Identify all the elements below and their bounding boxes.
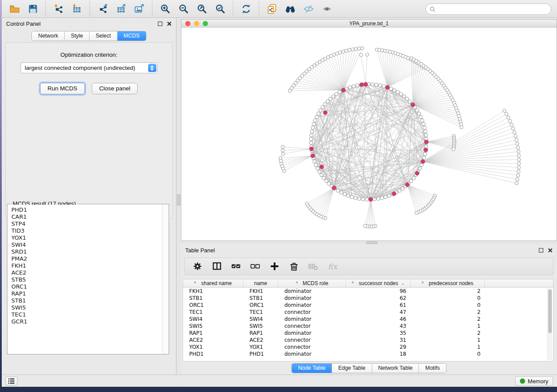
graph-node[interactable] bbox=[315, 115, 318, 119]
table-cell[interactable]: connector bbox=[278, 323, 346, 330]
table-cell[interactable]: RAP1 bbox=[183, 330, 243, 337]
table-cell[interactable]: FKH1 bbox=[183, 288, 243, 295]
table-cell[interactable]: YOX1 bbox=[183, 344, 243, 351]
table-cell[interactable]: SWI4 bbox=[183, 316, 243, 323]
graph-dominator-node[interactable] bbox=[415, 171, 419, 175]
network-titlebar[interactable]: YPA_prune.txt_1 bbox=[181, 20, 557, 28]
table-row[interactable]: ACE2ACE2connector311 bbox=[183, 337, 553, 344]
graph-leaf-node[interactable] bbox=[281, 152, 285, 156]
mcds-result-item[interactable]: TID3 bbox=[11, 227, 162, 234]
binoculars-icon[interactable] bbox=[284, 2, 297, 15]
graph-dominator-node[interactable] bbox=[424, 148, 428, 152]
graph-dominator-node[interactable] bbox=[363, 83, 367, 86]
graph-leaf-node[interactable] bbox=[515, 178, 519, 181]
graph-node[interactable] bbox=[317, 112, 320, 115]
graph-node[interactable] bbox=[354, 196, 357, 199]
table-cell[interactable]: 46 bbox=[346, 316, 411, 323]
search-box[interactable] bbox=[426, 3, 551, 15]
import-network-icon[interactable] bbox=[52, 2, 65, 15]
graph-node[interactable] bbox=[313, 160, 316, 163]
graph-leaf-node[interactable] bbox=[505, 113, 508, 116]
export-image-icon[interactable] bbox=[133, 2, 146, 15]
graph-node[interactable] bbox=[415, 109, 419, 112]
table-row[interactable]: FKH1FKH1dominator962 bbox=[183, 288, 553, 295]
graph-node[interactable] bbox=[409, 179, 413, 182]
graph-leaf-node[interactable] bbox=[366, 53, 369, 56]
graph-node[interactable] bbox=[387, 194, 391, 197]
mcds-result-list[interactable]: PHD1CAR1STP4TID3YOX1SWI4SRD1PMA2FKH1ACE2… bbox=[8, 205, 162, 354]
table-cell[interactable]: PHD1 bbox=[243, 351, 278, 358]
table-cell[interactable]: 2 bbox=[411, 330, 485, 337]
table-cell[interactable]: connector bbox=[278, 344, 346, 351]
horizontal-splitter-grip[interactable] bbox=[366, 241, 377, 244]
graph-node[interactable] bbox=[398, 189, 401, 193]
graph-node[interactable] bbox=[401, 187, 405, 190]
table-cell[interactable]: dominator bbox=[278, 316, 346, 323]
graph-node[interactable] bbox=[310, 134, 313, 137]
table-cell[interactable]: TEC1 bbox=[183, 309, 243, 316]
table-tab-edge-table[interactable]: Edge Table bbox=[332, 364, 372, 373]
window-close-light[interactable] bbox=[185, 21, 190, 26]
table-cell[interactable]: STB1 bbox=[183, 295, 243, 302]
graph-node[interactable] bbox=[378, 84, 382, 87]
graph-node[interactable] bbox=[316, 167, 319, 170]
graph-leaf-node[interactable] bbox=[351, 48, 354, 51]
mcds-result-item[interactable]: ACE2 bbox=[11, 269, 162, 276]
graph-node[interactable] bbox=[311, 126, 315, 130]
refresh-icon[interactable] bbox=[239, 2, 253, 15]
graph-dominator-node[interactable] bbox=[360, 83, 363, 86]
table-cell[interactable]: 29 bbox=[346, 344, 411, 351]
column-header-MCDS-role[interactable]: MCDS role bbox=[278, 279, 346, 287]
graph-leaf-node[interactable] bbox=[507, 116, 510, 120]
horizontal-splitter[interactable] bbox=[181, 241, 557, 244]
graph-node[interactable] bbox=[405, 97, 409, 100]
graph-dominator-node[interactable] bbox=[392, 192, 396, 196]
column-header-name[interactable]: name bbox=[243, 279, 278, 287]
table-row[interactable]: YOX1YOX1connector291 bbox=[183, 344, 553, 351]
table-cell[interactable]: 1 bbox=[411, 344, 485, 351]
table-cell[interactable]: 0 bbox=[411, 302, 485, 309]
graph-node[interactable] bbox=[318, 170, 321, 174]
zoom-in-icon[interactable] bbox=[159, 2, 172, 15]
mcds-result-item[interactable]: YOX1 bbox=[11, 234, 162, 241]
graph-node[interactable] bbox=[313, 119, 317, 122]
float-panel-icon[interactable] bbox=[158, 21, 163, 26]
graph-node[interactable] bbox=[310, 130, 314, 133]
graph-leaf-node[interactable] bbox=[336, 52, 339, 55]
table-row[interactable]: ORC1ORC1dominator610 bbox=[183, 302, 553, 309]
graph-leaf-node[interactable] bbox=[360, 53, 363, 57]
table-cell[interactable]: 35 bbox=[346, 330, 411, 337]
table-cell[interactable]: SWI4 bbox=[243, 316, 278, 323]
graph-dominator-node[interactable] bbox=[320, 165, 324, 169]
mcds-result-item[interactable]: PHD1 bbox=[11, 206, 162, 213]
search-input[interactable] bbox=[436, 6, 551, 13]
float-panel-icon[interactable] bbox=[539, 248, 543, 253]
mcds-result-item[interactable]: ORC1 bbox=[11, 283, 162, 290]
table-cell[interactable]: FKH1 bbox=[243, 288, 278, 295]
table-cell[interactable]: TEC1 bbox=[243, 309, 278, 316]
graph-leaf-node[interactable] bbox=[516, 174, 520, 177]
table-cell[interactable]: 62 bbox=[346, 295, 411, 302]
table-cell[interactable]: connector bbox=[278, 337, 346, 344]
table-cell[interactable]: ORC1 bbox=[243, 302, 278, 309]
table-cell[interactable]: ACE2 bbox=[243, 337, 278, 344]
graph-leaf-node[interactable] bbox=[354, 47, 358, 51]
graph-leaf-node[interactable] bbox=[510, 123, 513, 127]
split-view-icon[interactable] bbox=[211, 260, 223, 272]
graph-leaf-node[interactable] bbox=[305, 202, 308, 206]
table-cell[interactable]: STB1 bbox=[243, 295, 278, 302]
tab-network[interactable]: Network bbox=[32, 31, 65, 41]
graph-leaf-node[interactable] bbox=[363, 224, 367, 228]
graph-node[interactable] bbox=[350, 195, 353, 199]
graph-node[interactable] bbox=[343, 193, 346, 196]
graph-leaf-node[interactable] bbox=[460, 126, 464, 129]
network-canvas[interactable] bbox=[181, 28, 557, 241]
graph-node[interactable] bbox=[335, 93, 338, 96]
graph-node[interactable] bbox=[423, 126, 426, 130]
import-table-icon[interactable] bbox=[70, 2, 83, 15]
table-row[interactable]: RAP1RAP1dominator352 bbox=[183, 330, 553, 337]
graph-leaf-node[interactable] bbox=[515, 142, 519, 146]
graph-dominator-node[interactable] bbox=[369, 197, 373, 201]
graph-leaf-node[interactable] bbox=[515, 138, 519, 142]
export-table-icon[interactable] bbox=[114, 2, 128, 15]
